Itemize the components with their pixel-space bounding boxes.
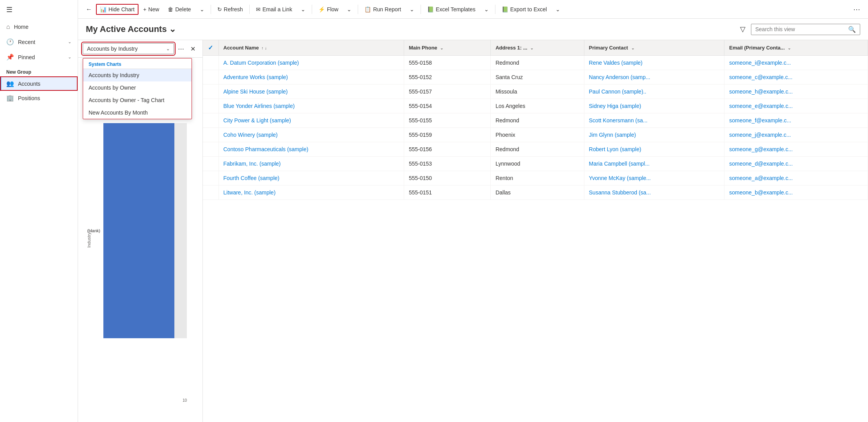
search-input[interactable] (755, 26, 845, 32)
col-checkbox: ✓ (203, 40, 218, 56)
email-cell[interactable]: someone_a@example.c... (724, 171, 868, 185)
phone-cell: 555-0156 (404, 142, 490, 157)
phone-cell: 555-0159 (404, 128, 490, 142)
dropdown-item-by-owner[interactable]: Accounts by Owner (83, 81, 192, 94)
contact-cell[interactable]: Sidney Higa (sample) (584, 99, 724, 113)
contact-cell[interactable]: Jim Glynn (sample) (584, 128, 724, 142)
toolbar-divider (211, 5, 211, 14)
dropdown-button-2[interactable]: ⌄ (297, 4, 309, 15)
flow-dropdown-button[interactable]: ⌄ (343, 4, 355, 15)
sidebar-item-recent[interactable]: 🕐 Recent ⌄ (0, 34, 78, 49)
account-name-cell[interactable]: Adventure Works (sample) (218, 70, 404, 85)
toolbar: ← 📊 Hide Chart + New 🗑 Delete ⌄ ↻ Refres… (78, 0, 868, 19)
email-cell[interactable]: someone_h@example.c... (724, 85, 868, 99)
chart-close-button[interactable]: ✕ (188, 44, 198, 54)
hide-chart-label: Hide Chart (108, 6, 135, 12)
email-link-button[interactable]: ✉ Email a Link (252, 4, 296, 15)
export-dropdown-button[interactable]: ⌄ (552, 4, 564, 15)
back-button[interactable]: ← (83, 4, 95, 15)
col-main-phone[interactable]: Main Phone ⌄ (404, 40, 490, 56)
toolbar-divider (358, 5, 358, 14)
col-account-name[interactable]: Account Name ↑ ↓ (218, 40, 404, 56)
email-cell[interactable]: someone_f@example.c... (724, 113, 868, 128)
flow-button[interactable]: ⚡ Flow (314, 4, 343, 15)
dropdown-item-by-owner-tag[interactable]: Accounts by Owner - Tag Chart (83, 94, 192, 106)
row-checkbox[interactable] (203, 171, 218, 185)
account-name-cell[interactable]: Coho Winery (sample) (218, 128, 404, 142)
email-cell[interactable]: someone_e@example.c... (724, 99, 868, 113)
refresh-button[interactable]: ↻ Refresh (213, 4, 247, 15)
check-icon[interactable]: ✓ (208, 44, 213, 51)
row-checkbox[interactable] (203, 142, 218, 157)
dropdown-item-by-month[interactable]: New Accounts By Month (83, 106, 192, 119)
contact-cell[interactable]: Nancy Anderson (samp... (584, 70, 724, 85)
contact-cell[interactable]: Paul Cannon (sample).. (584, 85, 724, 99)
account-name-cell[interactable]: City Power & Light (sample) (218, 113, 404, 128)
run-report-label: Run Report (373, 6, 401, 12)
main-content: ← 📊 Hide Chart + New 🗑 Delete ⌄ ↻ Refres… (78, 0, 868, 422)
chart-selector[interactable]: Accounts by Industry ⌄ (83, 43, 174, 54)
account-name-cell[interactable]: Fourth Coffee (sample) (218, 171, 404, 185)
dropdown-button-1[interactable]: ⌄ (196, 4, 208, 15)
account-name-cell[interactable]: Alpine Ski House (sample) (218, 85, 404, 99)
sidebar-item-home[interactable]: ⌂ Home (0, 19, 78, 34)
contact-cell[interactable]: Susanna Stubberod (sa... (584, 185, 724, 200)
account-name-cell[interactable]: Fabrikam, Inc. (sample) (218, 157, 404, 171)
sidebar-item-positions[interactable]: 🏢 Positions (0, 91, 78, 105)
delete-icon: 🗑 (168, 6, 173, 12)
phone-cell: 555-0157 (404, 85, 490, 99)
row-checkbox[interactable] (203, 99, 218, 113)
filter-icon[interactable]: ▽ (738, 23, 747, 35)
contact-cell[interactable]: Robert Lyon (sample) (584, 142, 724, 157)
sidebar-item-pinned[interactable]: 📌 Pinned ⌄ (0, 49, 78, 65)
email-cell[interactable]: someone_d@example.c... (724, 157, 868, 171)
excel-templates-button[interactable]: 📗 Excel Templates (423, 4, 479, 15)
row-checkbox[interactable] (203, 157, 218, 171)
email-cell[interactable]: someone_j@example.c... (724, 128, 868, 142)
account-name-cell[interactable]: Contoso Pharmaceuticals (sample) (218, 142, 404, 157)
run-report-dropdown-button[interactable]: ⌄ (406, 4, 418, 15)
search-icon[interactable]: 🔍 (848, 26, 856, 33)
account-name-cell[interactable]: Blue Yonder Airlines (sample) (218, 99, 404, 113)
sort-asc-icon: ↑ (261, 46, 263, 50)
row-checkbox[interactable] (203, 85, 218, 99)
col-primary-contact[interactable]: Primary Contact ⌄ (584, 40, 724, 56)
delete-button[interactable]: 🗑 Delete (164, 4, 195, 15)
account-name-cell[interactable]: Litware, Inc. (sample) (218, 185, 404, 200)
row-checkbox[interactable] (203, 128, 218, 142)
address-cell: Los Angeles (491, 99, 584, 113)
email-cell[interactable]: someone_b@example.c... (724, 185, 868, 200)
contact-cell[interactable]: Scott Konersmann (sa... (584, 113, 724, 128)
dropdown-item-by-industry[interactable]: Accounts by Industry (83, 69, 192, 81)
contact-cell[interactable]: Maria Campbell (sampl... (584, 157, 724, 171)
table-row: Adventure Works (sample) 555-0152 Santa … (203, 70, 868, 85)
run-report-button[interactable]: 📋 Run Report (360, 4, 405, 15)
row-checkbox[interactable] (203, 185, 218, 200)
new-button[interactable]: + New (139, 4, 163, 15)
phone-cell: 555-0158 (404, 56, 490, 70)
col-email[interactable]: Email (Primary Conta... ⌄ (724, 40, 868, 56)
hamburger-menu[interactable]: ☰ (0, 0, 78, 19)
email-cell[interactable]: someone_c@example.c... (724, 70, 868, 85)
row-checkbox[interactable] (203, 70, 218, 85)
chevron-down-icon: ⌄ (410, 6, 414, 12)
col-address[interactable]: Address 1: ... ⌄ (491, 40, 584, 56)
table-header-row: ✓ Account Name ↑ ↓ Main Phone ⌄ (203, 40, 868, 56)
account-name-cell[interactable]: A. Datum Corporation (sample) (218, 56, 404, 70)
email-cell[interactable]: someone_i@example.c... (724, 56, 868, 70)
excel-templates-dropdown-button[interactable]: ⌄ (480, 4, 493, 15)
row-checkbox[interactable] (203, 56, 218, 70)
export-excel-button[interactable]: 📗 Export to Excel (498, 4, 551, 15)
hide-chart-button[interactable]: 📊 Hide Chart (96, 4, 138, 15)
sidebar-item-accounts[interactable]: 👥 Accounts (0, 76, 78, 91)
export-excel-label: Export to Excel (510, 6, 547, 12)
row-checkbox[interactable] (203, 113, 218, 128)
chevron-down-icon[interactable]: ⌄ (169, 24, 176, 34)
more-button[interactable]: ⋯ (850, 3, 863, 16)
chevron-down-icon: ⌄ (68, 55, 71, 60)
export-excel-icon: 📗 (502, 6, 508, 12)
email-cell[interactable]: someone_g@example.c... (724, 142, 868, 157)
contact-cell[interactable]: Rene Valdes (sample) (584, 56, 724, 70)
contact-cell[interactable]: Yvonne McKay (sample... (584, 171, 724, 185)
chart-more-button[interactable]: ⋯ (176, 44, 186, 54)
